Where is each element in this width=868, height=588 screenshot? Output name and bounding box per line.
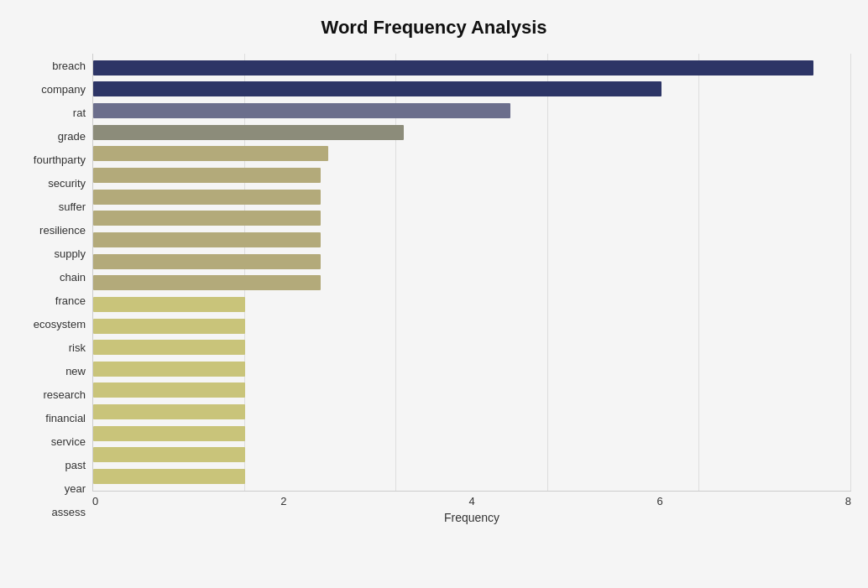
bar-row bbox=[93, 467, 851, 486]
bar bbox=[93, 447, 245, 462]
bar bbox=[93, 382, 245, 398]
y-label: past bbox=[65, 454, 86, 477]
y-label: ecosystem bbox=[34, 313, 86, 336]
y-label: security bbox=[48, 171, 86, 195]
y-label: assess bbox=[52, 501, 86, 524]
bar bbox=[93, 404, 245, 419]
bar-row bbox=[93, 166, 851, 185]
y-label: france bbox=[55, 289, 86, 312]
y-label: breach bbox=[52, 54, 86, 77]
bar-row bbox=[93, 188, 851, 206]
bar bbox=[93, 146, 328, 161]
y-label: fourthparty bbox=[34, 148, 86, 171]
bar-row bbox=[93, 252, 851, 271]
bar-row bbox=[93, 381, 851, 399]
bar-row bbox=[93, 360, 851, 378]
bar bbox=[93, 362, 245, 377]
y-label: service bbox=[51, 430, 86, 454]
bar bbox=[93, 275, 321, 290]
bar bbox=[93, 211, 321, 226]
chart-container: Word Frequency Analysis breachcompanyrat… bbox=[0, 0, 868, 588]
bar bbox=[93, 190, 321, 205]
y-label: grade bbox=[58, 124, 86, 148]
bar-row bbox=[93, 144, 851, 163]
bar bbox=[93, 319, 245, 334]
y-label: research bbox=[43, 383, 86, 407]
y-label: financial bbox=[45, 407, 86, 430]
y-label: resilience bbox=[39, 218, 86, 242]
y-label: supply bbox=[54, 242, 86, 265]
x-axis-label: Frequency bbox=[92, 511, 851, 524]
bar bbox=[93, 168, 321, 183]
bar bbox=[93, 103, 510, 118]
bars-wrapper bbox=[93, 54, 851, 491]
bar-row bbox=[93, 59, 851, 77]
x-tick: 0 bbox=[92, 495, 98, 507]
bar-row bbox=[93, 101, 851, 120]
bar-row bbox=[93, 445, 851, 464]
bar bbox=[93, 232, 321, 247]
x-tick: 6 bbox=[657, 495, 663, 507]
y-label: year bbox=[65, 477, 86, 501]
chart-area: breachcompanyratgradefourthpartysecurity… bbox=[17, 54, 851, 524]
bar-row bbox=[93, 338, 851, 356]
bar-row bbox=[93, 295, 851, 314]
x-tick: 2 bbox=[280, 495, 286, 507]
bar-row bbox=[93, 403, 851, 421]
bar bbox=[93, 254, 321, 269]
bar-row bbox=[93, 231, 851, 249]
x-tick: 4 bbox=[468, 495, 474, 507]
y-label: rat bbox=[73, 101, 86, 124]
bar-row bbox=[93, 424, 851, 443]
bar-row bbox=[93, 273, 851, 292]
bar bbox=[93, 297, 245, 312]
chart-title: Word Frequency Analysis bbox=[17, 17, 851, 39]
x-axis: 02468 bbox=[92, 492, 851, 507]
y-label: suffer bbox=[59, 195, 86, 218]
bar bbox=[93, 81, 661, 96]
bar bbox=[93, 60, 813, 75]
x-tick: 8 bbox=[845, 495, 851, 507]
bar bbox=[93, 125, 404, 140]
bar-row bbox=[93, 317, 851, 336]
y-label: chain bbox=[60, 265, 86, 289]
y-label: company bbox=[41, 77, 86, 101]
bar-row bbox=[93, 209, 851, 227]
bar bbox=[93, 340, 245, 355]
bar bbox=[93, 469, 245, 484]
y-label: new bbox=[65, 360, 86, 383]
bar-row bbox=[93, 80, 851, 98]
y-axis: breachcompanyratgradefourthpartysecurity… bbox=[17, 54, 92, 524]
bars-and-xaxis: 02468 Frequency bbox=[92, 54, 851, 524]
bars-area bbox=[92, 54, 851, 492]
bar-row bbox=[93, 123, 851, 142]
bar bbox=[93, 426, 245, 441]
y-label: risk bbox=[69, 336, 86, 360]
